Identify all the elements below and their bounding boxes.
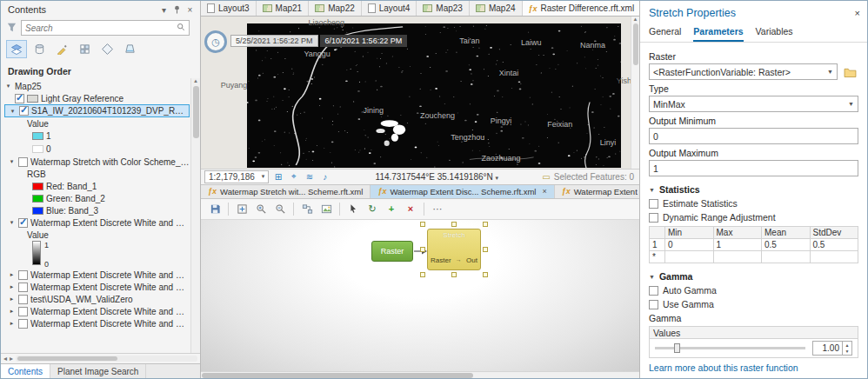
tab-general[interactable]: General — [649, 24, 681, 42]
center-horizontal-scrollbar[interactable] — [201, 371, 639, 378]
statistics-table[interactable]: Min Max Mean StdDev 1 0 1 0.5 0.5 * — [649, 226, 858, 263]
stretch-type-combo[interactable]: MinMax ▼ — [649, 96, 858, 112]
output-min-input[interactable]: 0 — [649, 128, 858, 144]
tree-item-light-gray[interactable]: Light Gray Reference — [4, 92, 190, 104]
refresh-icon[interactable]: ↻ — [364, 201, 381, 216]
stretch-input-port[interactable]: Raster — [431, 256, 451, 264]
layer-checkbox[interactable] — [18, 218, 28, 228]
zoom-in-icon[interactable] — [252, 201, 270, 216]
selection-handle[interactable] — [451, 222, 457, 227]
list-by-snapping-icon[interactable] — [74, 40, 95, 58]
filter-funnel-icon[interactable] — [6, 22, 17, 35]
selection-handle[interactable] — [483, 272, 488, 277]
stretch-output-port[interactable]: Out — [466, 256, 477, 264]
tree-item-row8[interactable]: ▸ test\USDA_WM_ValidZero — [4, 293, 190, 305]
more-tools-icon[interactable]: ⋯ — [429, 201, 446, 216]
layer-search-input[interactable] — [25, 23, 174, 33]
learn-more-link[interactable]: Learn more about this raster function — [649, 362, 798, 373]
tab-map22[interactable]: Map22 — [309, 1, 362, 16]
spin-up-icon[interactable]: ▲ — [843, 342, 851, 349]
tree-item-s1a-selected[interactable]: ▾ S1A_IW_20210604T101239_DVP_RTC30_G_gpu… — [4, 104, 190, 117]
remove-function-icon[interactable]: × — [402, 201, 419, 216]
browse-folder-icon[interactable] — [841, 63, 858, 80]
tree-item-extent-layer[interactable]: ▾ Watermap Extent Discrete White and Blu… — [4, 216, 190, 229]
stats-row-1[interactable]: 1 0 1 0.5 0.5 — [650, 239, 858, 251]
selection-handle[interactable] — [483, 222, 488, 227]
export-image-icon[interactable] — [317, 201, 335, 216]
expander-icon[interactable]: ▾ — [9, 108, 17, 115]
layer-checkbox[interactable] — [18, 157, 28, 167]
use-gamma-checkbox[interactable] — [649, 300, 658, 309]
list-by-drawing-order-icon[interactable] — [6, 40, 27, 58]
scroll-right-icon[interactable]: ▸ — [10, 355, 13, 362]
list-by-charts-icon[interactable] — [119, 40, 140, 58]
grid-toggle-icon[interactable]: ⊞ — [271, 172, 284, 182]
raster-variable-combo[interactable]: <RasterFunctionVariable: Raster> ▼ — [649, 63, 838, 80]
contents-horizontal-scrollbar[interactable]: ◂ ▸ — [1, 353, 200, 363]
map-vertical-scrollbar[interactable]: ▲ — [631, 17, 639, 169]
gamma-slider-handle[interactable] — [674, 343, 680, 353]
close-tab-icon[interactable]: × — [542, 187, 546, 196]
zoom-out-icon[interactable] — [271, 201, 289, 216]
fn-tab-2-active[interactable]: ƒxWatermap Extent Disc... Scheme.rft.xml… — [371, 185, 554, 198]
expander-icon[interactable]: ▾ — [4, 83, 12, 90]
selection-handle[interactable] — [451, 272, 457, 277]
layer-checkbox[interactable] — [18, 307, 28, 316]
selection-handle[interactable] — [420, 272, 425, 277]
time-end-chip[interactable]: 6/10/2021 1:56:22 PM — [320, 35, 408, 47]
tree-item-row7[interactable]: ▸ Watermap Extent Discrete White and Blu… — [4, 281, 190, 293]
map-coordinates[interactable]: 114.7317544°E 35.1419186°N ▾ — [334, 172, 539, 182]
gamma-spinner[interactable]: ▲▼ — [842, 342, 851, 355]
statistics-section-header[interactable]: ▼ Statistics — [649, 184, 858, 195]
pane-pin-icon[interactable] — [170, 5, 184, 14]
stats-row-new[interactable]: * — [650, 251, 858, 263]
layer-checkbox[interactable] — [18, 283, 28, 292]
tab-layout3[interactable]: Layout3 — [201, 1, 257, 16]
raster-input-node[interactable]: Raster — [371, 241, 413, 262]
close-pane-icon[interactable]: × — [855, 8, 860, 18]
stretch-function-node[interactable]: Stretch Raster → Out — [427, 229, 481, 270]
expander-icon[interactable]: ▸ — [8, 308, 16, 315]
expander-icon[interactable]: ▸ — [8, 296, 16, 303]
scroll-left-icon[interactable]: ◂ — [3, 355, 7, 362]
selection-handle[interactable] — [420, 222, 425, 227]
tree-item-stretch-layer[interactable]: ▾ Watermap Stretch with Color Scheme_S1A… — [4, 156, 190, 168]
sounds-icon[interactable]: ♪ — [318, 172, 331, 182]
pane-menu-icon[interactable]: ▾ — [157, 5, 170, 15]
tree-item-row9[interactable]: ▸ Watermap Extent Discrete White and Blu… — [4, 305, 190, 317]
save-icon[interactable] — [206, 201, 224, 216]
list-by-labeling-icon[interactable] — [97, 40, 117, 58]
expander-icon[interactable]: ▾ — [8, 158, 16, 165]
crosshair-icon[interactable]: ⌖ — [287, 171, 300, 182]
time-start-chip[interactable]: 5/25/2021 1:56:22 PM — [230, 35, 318, 47]
tree-item-row6[interactable]: ▸ Watermap Extent Discrete White and Blu… — [4, 269, 190, 281]
tree-item-map25[interactable]: ▾ Map25 — [4, 80, 190, 92]
expander-icon[interactable]: ▸ — [8, 320, 16, 327]
map-scale-combo[interactable]: 1:2,179,186 ▾ — [204, 170, 269, 183]
layer-checkbox[interactable] — [19, 106, 29, 116]
selection-handle[interactable] — [420, 247, 425, 252]
tab-layout4[interactable]: Layout4 — [362, 1, 417, 16]
fn-tab-1[interactable]: ƒxWatermap Stretch wit... Scheme.rft.xml — [201, 185, 371, 198]
layer-checkbox[interactable] — [18, 270, 28, 280]
tab-contents[interactable]: Contents — [1, 364, 50, 378]
tree-item-row10[interactable]: ▸ Watermap Extent Discrete White and Blu… — [4, 317, 190, 329]
zoom-full-extent-icon[interactable] — [233, 201, 250, 216]
tab-map21[interactable]: Map21 — [257, 1, 310, 16]
select-tool-icon[interactable] — [344, 201, 362, 216]
tab-variables[interactable]: Variables — [756, 24, 793, 42]
dynamic-range-checkbox[interactable] — [649, 213, 658, 223]
layer-checkbox[interactable] — [15, 94, 24, 103]
map-navigator-control[interactable]: ◷ — [204, 30, 227, 53]
selection-handle[interactable] — [483, 247, 488, 252]
gamma-value-input[interactable]: 1.00 ▲▼ — [812, 341, 852, 356]
auto-gamma-checkbox[interactable] — [649, 286, 658, 296]
expander-icon[interactable]: ▸ — [8, 271, 16, 278]
map-view[interactable]: LiaochengTai'anLaiwuNanmaYangguXintaiYis… — [201, 17, 639, 169]
add-function-icon[interactable]: + — [383, 201, 400, 216]
tab-planet-image-search[interactable]: Planet Image Search — [50, 364, 146, 378]
layer-checkbox[interactable] — [18, 295, 28, 304]
tab-raster-difference[interactable]: ƒxRaster Difference.rft.xml× — [523, 1, 640, 16]
gamma-slider[interactable] — [655, 347, 805, 349]
list-by-editing-icon[interactable] — [51, 40, 72, 58]
